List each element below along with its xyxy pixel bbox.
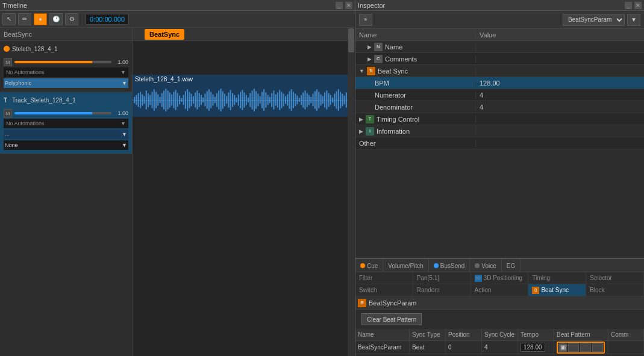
clear-beat-pattern-btn[interactable]: Clear Beat Pattern xyxy=(361,313,422,325)
insp-other-row[interactable]: Other xyxy=(355,137,644,149)
svg-rect-32 xyxy=(195,92,196,107)
track-slider-2[interactable] xyxy=(14,112,111,114)
insp-bpm-label: BPM xyxy=(375,80,389,87)
svg-rect-78 xyxy=(285,96,286,104)
track-name-2: Track_Steleth_128_4_1 xyxy=(12,97,128,104)
svg-rect-58 xyxy=(246,95,247,105)
dr-comm xyxy=(608,341,644,354)
insp-other-cell: Other xyxy=(355,140,476,147)
timeline-scrollbar-thumb xyxy=(348,28,354,52)
beatsync-section-icon: B xyxy=(367,67,375,75)
pattern-btn-1[interactable] xyxy=(568,343,579,352)
track-slider-1[interactable] xyxy=(14,61,111,63)
svg-rect-43 xyxy=(216,93,217,107)
inspector-dropdown-btn[interactable]: ▼ xyxy=(627,14,640,26)
svg-rect-30 xyxy=(191,94,192,107)
insp-information-row[interactable]: ▶ I Information xyxy=(355,125,644,137)
insp-name-row[interactable]: ▶ N Name xyxy=(355,41,644,53)
svg-rect-84 xyxy=(296,96,298,105)
svg-rect-11 xyxy=(154,89,155,110)
track-auto-label-2: No Automations xyxy=(6,120,45,126)
comments-expand-arrow[interactable]: ▶ xyxy=(367,56,372,62)
track-mute-btn-2[interactable]: M xyxy=(4,109,12,117)
insp-col-value-header: Value xyxy=(476,31,644,39)
fx-random-cell[interactable]: Random xyxy=(413,284,471,296)
insp-name-cell: ▶ N Name xyxy=(355,43,476,51)
inspector-close-btn[interactable]: ✕ xyxy=(634,2,642,9)
fx-tab-voice[interactable]: Voice xyxy=(470,259,501,272)
svg-rect-42 xyxy=(214,97,216,103)
fx-tab-bussend[interactable]: BusSend xyxy=(429,259,470,272)
fx-pan51-cell[interactable]: Pan[5.1] xyxy=(413,272,471,284)
insp-beatsync-header-row[interactable]: ▼ B Beat Sync xyxy=(355,65,644,77)
insp-denominator-row[interactable]: Denominator 4 xyxy=(355,101,644,113)
timeline-close-btn[interactable]: ✕ xyxy=(345,2,352,9)
svg-rect-15 xyxy=(161,93,163,107)
timing-expand-arrow[interactable]: ▶ xyxy=(359,116,363,122)
information-expand-arrow[interactable]: ▶ xyxy=(359,128,363,134)
insp-comments-row[interactable]: ▶ C Comments xyxy=(355,53,644,65)
svg-rect-24 xyxy=(179,96,180,105)
select-tool-btn[interactable]: ↖ xyxy=(2,13,16,25)
track-dropdown-none[interactable]: None ▼ xyxy=(4,140,128,150)
track-value-1: 1.00 xyxy=(114,59,128,65)
beatsync-expand-arrow[interactable]: ▼ xyxy=(359,68,364,74)
track-mute-btn-1[interactable]: M xyxy=(4,58,12,66)
pattern-icon-btn[interactable]: ▣ xyxy=(558,343,567,352)
svg-rect-52 xyxy=(234,95,235,105)
track-row-2[interactable]: T Track_Steleth_128_4_1 xyxy=(0,92,132,108)
fx-tab-cue[interactable]: Cue xyxy=(355,259,383,272)
record-btn[interactable]: ● xyxy=(34,13,47,25)
inspector-list-btn[interactable]: ≡ xyxy=(359,14,372,26)
fx-block-cell[interactable]: Block xyxy=(586,284,644,296)
inspector-minimize-btn[interactable]: _ xyxy=(625,2,632,9)
inspector-panel: Inspector _ ✕ ≡ BeatSyncParam ▼ Name Val… xyxy=(355,0,644,356)
name-expand-arrow[interactable]: ▶ xyxy=(367,44,372,50)
eg-label: EG xyxy=(507,263,515,269)
track-dropdown-1[interactable]: Polyphonic ▼ xyxy=(4,78,128,88)
fx-filter-cell[interactable]: Filter xyxy=(355,272,413,284)
fx-row3: Switch Random Action B Beat Sync Block xyxy=(355,284,644,296)
fx-beatsync-cell[interactable]: B Beat Sync xyxy=(528,284,586,296)
track-value-2: 1.00 xyxy=(114,110,128,116)
svg-rect-13 xyxy=(157,95,158,106)
3dpos-icon: 3D xyxy=(475,275,482,282)
track-dropdown-2[interactable]: ... ▼ xyxy=(4,130,128,139)
inspector-title: Inspector xyxy=(358,2,385,9)
clock-btn[interactable]: 🕐 xyxy=(49,13,63,25)
svg-rect-3 xyxy=(138,93,139,107)
timeline-minimize-btn[interactable]: _ xyxy=(336,2,343,9)
inspector-param-select[interactable]: BeatSyncParam xyxy=(563,14,625,26)
fx-timing-cell[interactable]: Timing xyxy=(528,272,586,284)
pattern-btn-2[interactable] xyxy=(580,343,591,352)
timeline-scrollbar[interactable] xyxy=(348,28,355,356)
svg-rect-16 xyxy=(163,90,164,109)
svg-rect-46 xyxy=(222,91,224,108)
fx-tab-volumepitch[interactable]: Volume/Pitch xyxy=(383,259,428,272)
edit-tool-btn[interactable]: ✏ xyxy=(18,13,31,25)
insp-timing-row[interactable]: ▶ T Timing Control xyxy=(355,113,644,125)
svg-rect-41 xyxy=(212,95,213,106)
fx-3dpos-cell[interactable]: 3D 3D Positioning xyxy=(471,272,529,284)
data-table-row[interactable]: BeatSyncParam Beat 0 4 128.00 ▣ xyxy=(355,341,644,354)
tempo-value[interactable]: 128.00 xyxy=(521,343,545,352)
track-row-1[interactable]: Steleth_128_4_1 xyxy=(0,41,132,57)
fx-action-cell[interactable]: Action xyxy=(471,284,529,296)
track-dot-1 xyxy=(4,46,10,52)
pattern-btn-3[interactable] xyxy=(592,343,603,352)
timeline-toolbar: ↖ ✏ ● 🕐 ⚙ 0:00:00.000 xyxy=(0,11,355,28)
insp-bpm-row[interactable]: BPM 128.00 xyxy=(355,77,644,89)
fx-tab-eg[interactable]: EG xyxy=(502,259,521,272)
fx-selector-cell[interactable]: Selector xyxy=(586,272,644,284)
svg-rect-65 xyxy=(260,96,261,104)
bussend-label: BusSend xyxy=(440,263,465,269)
svg-rect-74 xyxy=(277,92,278,107)
track-item-1: Steleth_128_4_1 M 1.00 No Automations ▼ … xyxy=(0,41,132,92)
svg-rect-108 xyxy=(344,96,345,105)
svg-rect-83 xyxy=(295,94,296,107)
dh-sync-cycle: Sync Cycle xyxy=(482,329,518,340)
insp-numerator-row[interactable]: Numerator 4 xyxy=(355,89,644,101)
settings-btn[interactable]: ⚙ xyxy=(65,13,78,25)
svg-rect-8 xyxy=(148,93,149,107)
fx-switch-cell[interactable]: Switch xyxy=(355,284,413,296)
